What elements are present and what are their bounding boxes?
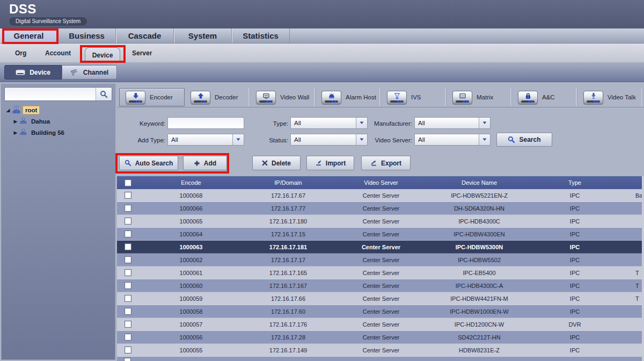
table-scrollbar[interactable] xyxy=(642,176,644,361)
subnav-server[interactable]: Server xyxy=(132,44,152,62)
chevron-down-icon[interactable] xyxy=(479,134,490,145)
tab-matrix[interactable]: Matrix xyxy=(447,88,512,106)
row-checkbox[interactable] xyxy=(117,192,138,199)
cell-video-server: Center Server xyxy=(333,205,429,212)
expander-expanded-icon[interactable]: ◢ xyxy=(5,107,11,113)
cell-video-server: Center Server xyxy=(333,270,429,276)
table-row[interactable]: 1000057 172.16.17.176 Center Server IPC-… xyxy=(117,318,642,331)
table-row-partial xyxy=(117,357,642,361)
search-icon xyxy=(125,160,131,167)
manufacturer-value: All xyxy=(415,118,479,128)
row-checkbox[interactable] xyxy=(117,218,138,225)
tree-item-building-56[interactable]: ▶ Building 56 xyxy=(2,127,115,138)
table-row[interactable]: 1000055 172.16.17.149 Center Server HDBW… xyxy=(117,344,642,357)
table-row[interactable]: 1000068 172.16.17.67 Center Server IPC-H… xyxy=(117,189,642,202)
export-icon xyxy=(370,160,377,167)
table-row[interactable]: 1000063 172.16.17.181 Center Server IPC-… xyxy=(117,241,642,254)
tab-alarm-host-label: Alarm Host xyxy=(346,94,376,100)
row-checkbox[interactable] xyxy=(117,282,138,290)
cell-ip-domain: 172.16.17.15 xyxy=(244,231,333,237)
tab-statistics[interactable]: Statistics xyxy=(232,28,290,43)
tree-item-dahua[interactable]: ▶ Dahua xyxy=(2,115,115,127)
export-button[interactable]: Export xyxy=(361,156,411,170)
tree-search-button[interactable] xyxy=(96,88,112,100)
add-type-label: Add Type: xyxy=(110,134,165,146)
channel-view-button[interactable]: Channel xyxy=(62,65,117,80)
row-checkbox[interactable] xyxy=(117,256,138,264)
cell-video-server: Center Server xyxy=(333,257,429,263)
encoder-device-icon xyxy=(126,91,145,104)
subnav-device[interactable]: Device xyxy=(85,47,120,62)
device-view-button[interactable]: Device xyxy=(4,65,62,80)
tab-decoder[interactable]: Decoder xyxy=(185,88,250,106)
cell-encode: 1000060 xyxy=(138,283,244,289)
delete-button[interactable]: Delete xyxy=(252,156,301,170)
tab-alarm-host[interactable]: Alarm Host xyxy=(316,88,381,106)
column-header-video-server: Video Server xyxy=(333,179,429,186)
tab-general[interactable]: General xyxy=(0,28,58,43)
cell-extra: Bar xyxy=(620,192,642,199)
table-row[interactable]: 1000060 172.16.17.167 Center Server IPC-… xyxy=(117,279,642,292)
delete-label: Delete xyxy=(272,160,291,167)
table-row[interactable]: 1000058 172.16.17.60 Center Server IPC-H… xyxy=(117,305,642,318)
expander-collapsed-icon[interactable]: ▶ xyxy=(12,130,19,135)
tab-cascade[interactable]: Cascade xyxy=(116,28,174,43)
row-checkbox[interactable] xyxy=(117,346,138,354)
cell-type: IPC xyxy=(529,218,620,225)
row-checkbox[interactable] xyxy=(117,308,138,315)
table-row[interactable]: 1000059 172.16.17.66 Center Server IPC-H… xyxy=(117,292,642,305)
alarm-host-icon xyxy=(321,91,341,104)
table-row[interactable]: 1000065 172.16.17.180 Center Server IPC-… xyxy=(117,215,642,228)
import-icon xyxy=(315,160,322,167)
cell-device-name: HDBW8231E-Z xyxy=(429,347,529,353)
select-all-checkbox[interactable] xyxy=(117,179,138,186)
org-node-icon xyxy=(20,129,27,136)
column-header-device-name: Device Name xyxy=(429,179,529,186)
tab-anc[interactable]: A&C xyxy=(512,88,577,106)
tab-video-talk[interactable]: Video Talk xyxy=(577,88,643,106)
tab-ivs[interactable]: IVS xyxy=(381,88,447,106)
cell-encode: 1000057 xyxy=(138,321,244,328)
row-checkbox[interactable] xyxy=(117,243,138,251)
row-checkbox[interactable] xyxy=(117,269,138,277)
main-navbar: General Business Cascade System Statisti… xyxy=(0,28,644,44)
row-checkbox[interactable] xyxy=(117,334,138,341)
table-row[interactable]: 1000066 172.16.17.77 Center Server DH-SD… xyxy=(117,202,642,215)
subnav-account[interactable]: Account xyxy=(45,44,71,62)
tree-item-root[interactable]: ◢ root xyxy=(2,104,115,115)
search-button[interactable]: Search xyxy=(496,133,552,147)
video-server-label: Video Server: xyxy=(353,134,412,146)
video-server-value: All xyxy=(415,134,479,145)
expander-collapsed-icon[interactable]: ▶ xyxy=(12,119,19,124)
tab-decoder-label: Decoder xyxy=(215,94,238,100)
table-row[interactable]: 1000061 172.16.17.165 Center Server IPC-… xyxy=(117,266,642,279)
cell-ip-domain: 172.16.17.67 xyxy=(244,192,333,199)
row-checkbox[interactable] xyxy=(117,230,138,238)
row-checkbox[interactable] xyxy=(117,321,138,328)
tab-encoder[interactable]: Encoder xyxy=(119,88,185,106)
tab-video-wall[interactable]: Video Wall xyxy=(250,88,316,106)
cell-type: IPC xyxy=(529,231,620,237)
subnav-org[interactable]: Org xyxy=(15,44,26,62)
cell-ip-domain: 172.16.17.149 xyxy=(244,347,333,353)
auto-search-button[interactable]: Auto Search xyxy=(119,156,178,170)
cell-video-server: Center Server xyxy=(333,218,429,225)
manufacturer-dropdown[interactable]: All xyxy=(414,117,491,129)
tab-business[interactable]: Business xyxy=(58,28,116,43)
cell-type: IPC xyxy=(529,257,620,263)
row-checkbox[interactable] xyxy=(117,205,138,212)
cell-video-server: Center Server xyxy=(333,347,429,353)
table-row[interactable]: 1000056 172.16.17.28 Center Server SD42C… xyxy=(117,331,642,344)
table-row[interactable]: 1000064 172.16.17.15 Center Server IPC-H… xyxy=(117,228,642,241)
status-value: All xyxy=(291,134,356,145)
row-checkbox[interactable] xyxy=(117,295,138,302)
video-server-dropdown[interactable]: All xyxy=(414,134,491,146)
tab-system[interactable]: System xyxy=(174,28,232,43)
chevron-down-icon[interactable] xyxy=(479,118,490,128)
device-type-tabstrip: Encoder Decoder Video Wall Alarm Host IV… xyxy=(117,85,644,107)
tree-search-input[interactable] xyxy=(5,88,96,100)
table-row[interactable]: 1000062 172.16.17.17 Center Server IPC-H… xyxy=(117,254,642,266)
cell-device-name: IPC-HDBW5502 xyxy=(429,257,529,263)
add-button[interactable]: Add xyxy=(183,156,227,170)
import-button[interactable]: Import xyxy=(306,156,354,170)
